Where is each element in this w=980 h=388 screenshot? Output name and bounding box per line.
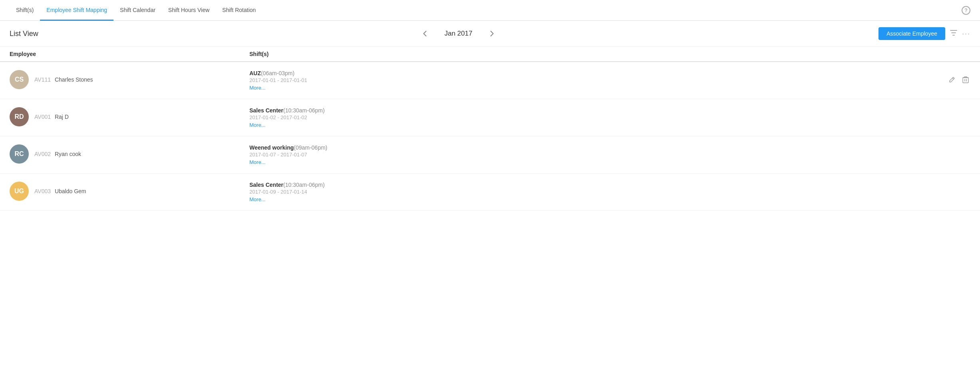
avatar: RD [10,107,29,126]
shift-name: Weened working [249,144,294,151]
shift-info: AUZ(06am-03pm) 2017-01-01 - 2017-01-01 M… [249,70,970,91]
edit-button[interactable] [947,75,957,86]
toolbar: List View Jan 2017 Associate Employee ··… [0,21,980,47]
shift-info: Sales Center(10:30am-06pm) 2017-01-09 - … [249,182,970,202]
tab-shift-rotation[interactable]: Shift Rotation [216,0,262,21]
shift-name: Sales Center [249,107,283,114]
top-navigation: Shift(s) Employee Shift Mapping Shift Ca… [0,0,980,21]
shift-name-line: Weened working(09am-06pm) [249,144,970,151]
column-employee-header: Employee [10,51,249,57]
shift-dates: 2017-01-01 - 2017-01-01 [249,77,970,83]
help-icon[interactable]: ? [962,6,970,15]
shift-time: (10:30am-06pm) [283,182,325,188]
more-link[interactable]: More... [249,196,265,202]
employee-name: Charles Stones [55,76,93,83]
table-row: CS AV111 Charles Stones AUZ(06am-03pm) 2… [0,62,980,99]
shift-time: (10:30am-06pm) [283,107,325,114]
avatar: UG [10,182,29,201]
employee-id: AV001 [34,114,51,120]
delete-button[interactable] [961,74,970,86]
employee-name: Ryan cook [55,151,81,157]
shift-time: (09am-06pm) [294,144,327,151]
toolbar-actions: Associate Employee ··· [878,27,970,40]
table-header: Employee Shift(s) [0,47,980,62]
current-date: Jan 2017 [436,30,480,38]
employee-name: Raj D [55,114,69,120]
chevron-left-icon [423,30,427,37]
employee-id: AV003 [34,188,51,194]
avatar: RC [10,144,29,164]
table-row: RD AV001 Raj D Sales Center(10:30am-06pm… [0,99,980,136]
shift-name-line: Sales Center(10:30am-06pm) [249,182,970,188]
prev-month-button[interactable] [420,29,430,38]
employee-list: CS AV111 Charles Stones AUZ(06am-03pm) 2… [0,62,980,211]
shift-time: (06am-03pm) [261,70,295,76]
more-link[interactable]: More... [249,122,265,128]
employee-info: RD AV001 Raj D [10,107,249,126]
employee-info: RC AV002 Ryan cook [10,144,249,164]
svg-rect-0 [963,78,968,83]
shift-dates: 2017-01-07 - 2017-01-07 [249,152,970,158]
tab-shifts[interactable]: Shift(s) [10,0,40,21]
more-options-icon[interactable]: ··· [962,30,970,38]
tab-employee-shift-mapping[interactable]: Employee Shift Mapping [40,0,114,21]
table-row: UG AV003 Ubaldo Gem Sales Center(10:30am… [0,174,980,211]
employee-details: AV002 Ryan cook [34,151,81,157]
employee-details: AV111 Charles Stones [34,76,93,83]
employee-id: AV002 [34,151,51,157]
shift-name-line: Sales Center(10:30am-06pm) [249,107,970,114]
shift-info: Sales Center(10:30am-06pm) 2017-01-02 - … [249,107,970,128]
tab-shift-calendar[interactable]: Shift Calendar [114,0,162,21]
delete-icon [962,76,969,83]
more-link[interactable]: More... [249,159,265,165]
more-link[interactable]: More... [249,85,265,91]
shift-info: Weened working(09am-06pm) 2017-01-07 - 2… [249,144,970,165]
filter-svg [950,29,957,36]
employee-name: Ubaldo Gem [55,188,86,194]
employee-details: AV001 Raj D [34,114,69,120]
page-title: List View [10,30,38,38]
employee-id: AV111 [34,76,51,83]
shift-dates: 2017-01-09 - 2017-01-14 [249,189,970,195]
avatar: CS [10,70,29,89]
shift-name-line: AUZ(06am-03pm) [249,70,970,76]
date-navigation: Jan 2017 [38,29,878,38]
next-month-button[interactable] [487,29,497,38]
associate-employee-button[interactable]: Associate Employee [878,27,945,40]
employee-details: AV003 Ubaldo Gem [34,188,86,194]
column-shifts-header: Shift(s) [249,51,970,57]
shift-name: AUZ [249,70,261,76]
edit-icon [949,76,955,83]
employee-info: CS AV111 Charles Stones [10,70,249,89]
employee-info: UG AV003 Ubaldo Gem [10,182,249,201]
table-row: RC AV002 Ryan cook Weened working(09am-0… [0,136,980,174]
filter-icon[interactable] [950,29,957,38]
row-actions [947,74,970,86]
shift-name: Sales Center [249,182,283,188]
tab-shift-hours-view[interactable]: Shift Hours View [162,0,216,21]
shift-dates: 2017-01-02 - 2017-01-02 [249,114,970,120]
chevron-right-icon [490,30,494,37]
